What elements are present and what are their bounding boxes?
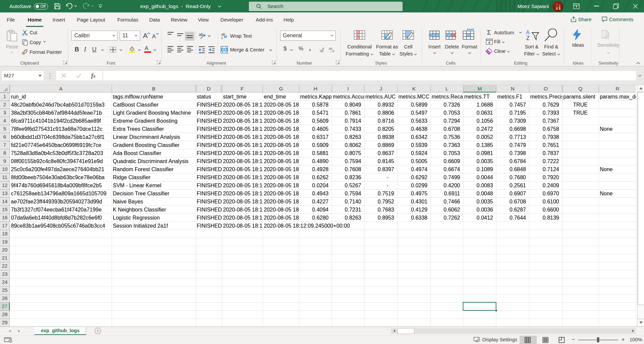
svg-text:ab: ab [199, 33, 203, 37]
svg-text:.00: .00 [319, 49, 324, 52]
svg-text:A: A [526, 30, 530, 35]
svg-text:→.0: →.0 [329, 49, 334, 52]
svg-text:Z: Z [526, 35, 530, 41]
svg-text:c: c [221, 36, 223, 39]
